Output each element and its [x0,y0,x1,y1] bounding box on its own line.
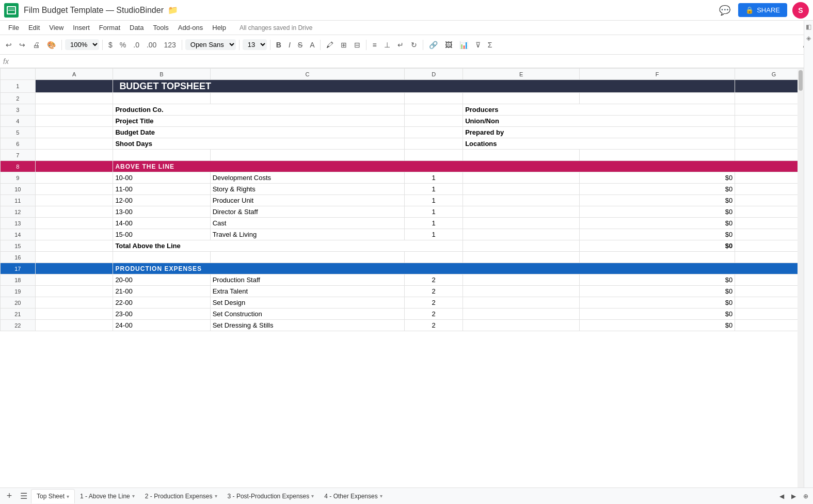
font-select[interactable]: Open Sans [185,39,236,50]
num-14-00[interactable]: 1 [405,218,463,229]
menu-data[interactable]: Data [125,23,148,32]
cell-a5[interactable] [35,127,113,138]
amount-15-00[interactable]: $0 [580,229,735,240]
cell-d2[interactable] [405,93,463,104]
scroll-sheets-right[interactable]: ▶ [789,491,799,501]
cell-a19[interactable] [35,286,113,297]
code-22-00[interactable]: 22-00 [113,297,210,308]
code-12-00[interactable]: 12-00 [113,195,210,206]
decimal-increase[interactable]: .00 [144,39,159,51]
menu-addons[interactable]: Add-ons [174,23,207,32]
cell-d5[interactable] [405,127,463,138]
num-24-00[interactable]: 2 [405,320,463,331]
print-button[interactable]: 🖨 [30,39,42,51]
menu-view[interactable]: View [45,23,68,32]
filter-button[interactable]: ⊽ [473,39,483,51]
amount-14-00[interactable]: $0 [580,218,735,229]
col-header-d[interactable]: D [405,69,463,80]
name-producer-unit[interactable]: Producer Unit [210,195,405,206]
sheet-menu-button[interactable]: ☰ [17,489,31,503]
cell-e21[interactable] [463,308,580,320]
cell-a14[interactable] [35,229,113,240]
add-sheet-button[interactable]: + [2,489,17,503]
cell-a9[interactable] [35,172,113,184]
cell-f2[interactable] [580,93,735,104]
comments-icon[interactable]: 💬 [716,2,733,19]
cell-c7[interactable] [210,150,405,161]
avatar[interactable]: S [792,2,809,19]
decimal-decrease[interactable]: .0 [131,39,142,51]
amount-10-00[interactable]: $0 [580,172,735,184]
name-set-design[interactable]: Set Design [210,297,405,308]
amount-24-00[interactable]: $0 [580,320,735,331]
name-story-rights[interactable]: Story & Rights [210,184,405,195]
amount-12-00[interactable]: $0 [580,195,735,206]
cell-d3[interactable] [405,104,463,116]
code-24-00[interactable]: 24-00 [113,320,210,331]
cell-e11[interactable] [463,195,580,206]
cell-e2[interactable] [463,93,580,104]
cell-b7[interactable] [113,150,210,161]
cell-c16[interactable] [210,252,405,263]
col-header-b[interactable]: B [113,69,210,80]
cell-a10[interactable] [35,184,113,195]
num-15-00[interactable]: 1 [405,229,463,240]
col-header-a[interactable]: A [35,69,113,80]
amount-13-00[interactable]: $0 [580,206,735,218]
cell-a18[interactable] [35,274,113,286]
cell-f7[interactable] [580,150,735,161]
num-20-00[interactable]: 2 [405,274,463,286]
tab-above-the-line[interactable]: 1 - Above the Line ▾ [75,489,140,503]
image-button[interactable]: 🖼 [442,39,455,51]
code-21-00[interactable]: 21-00 [113,286,210,297]
cell-a7[interactable] [35,150,113,161]
cell-a2[interactable] [35,93,113,104]
borders-button[interactable]: ⊞ [338,39,349,51]
cell-a22[interactable] [35,320,113,331]
cell-b16[interactable] [113,252,210,263]
formula-button[interactable]: Σ [485,39,495,51]
col-header-e[interactable]: E [463,69,580,80]
cell-a16[interactable] [35,252,113,263]
merge-button[interactable]: ⊟ [352,39,363,51]
menu-edit[interactable]: Edit [24,23,44,32]
cell-e15[interactable] [463,240,580,252]
menu-format[interactable]: Format [95,23,124,32]
tab-post-production[interactable]: 3 - Post-Production Expenses ▾ [222,489,320,503]
cell-c2[interactable] [210,93,405,104]
menu-insert[interactable]: Insert [69,23,94,32]
bold-button[interactable]: B [274,39,284,51]
code-11-00[interactable]: 11-00 [113,184,210,195]
cell-e22[interactable] [463,320,580,331]
amount-22-00[interactable]: $0 [580,297,735,308]
col-header-c[interactable]: C [210,69,405,80]
share-button[interactable]: 🔒 SHARE [738,3,787,17]
chart-button[interactable]: 📊 [457,39,471,51]
cell-e19[interactable] [463,286,580,297]
cell-d16[interactable] [405,252,463,263]
name-development-costs[interactable]: Development Costs [210,172,405,184]
strikethrough-button[interactable]: S [295,39,305,51]
name-cast[interactable]: Cast [210,218,405,229]
vertical-scrollbar[interactable] [798,69,804,487]
undo-button[interactable]: ↩ [3,39,14,51]
cell-f16[interactable] [580,252,735,263]
paint-format-button[interactable]: 🎨 [44,39,58,51]
font-size-select[interactable]: 13 [243,39,267,50]
currency-button[interactable]: $ [106,39,115,51]
cell-a11[interactable] [35,195,113,206]
wrap-button[interactable]: ↵ [395,39,406,51]
cell-d4[interactable] [405,116,463,127]
name-production-staff[interactable]: Production Staff [210,274,405,286]
cell-e9[interactable] [463,172,580,184]
cell-e14[interactable] [463,229,580,240]
code-13-00[interactable]: 13-00 [113,206,210,218]
cell-e7[interactable] [463,150,580,161]
amount-21-00[interactable]: $0 [580,286,735,297]
code-10-00[interactable]: 10-00 [113,172,210,184]
name-director-staff[interactable]: Director & Staff [210,206,405,218]
tab-other-expenses[interactable]: 4 - Other Expenses ▾ [319,489,387,503]
num-10-00[interactable]: 1 [405,172,463,184]
valign-button[interactable]: ⊥ [381,39,393,51]
amount-23-00[interactable]: $0 [580,308,735,320]
